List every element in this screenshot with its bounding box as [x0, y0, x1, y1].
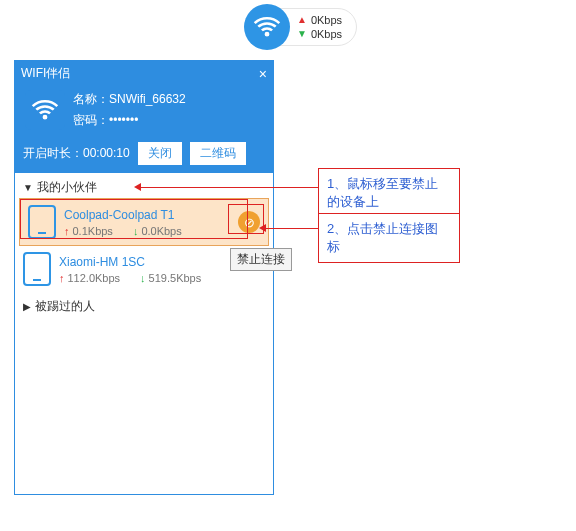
arrow-up-icon: ↑ — [64, 225, 70, 237]
section-label: 被踢过的人 — [35, 298, 95, 315]
device-up: 0.1Kbps — [73, 225, 113, 237]
device-down: 519.5Kbps — [149, 272, 202, 284]
callout-step-2: 2、点击禁止连接图标 — [318, 213, 460, 263]
arrow-down-icon: ↓ — [133, 225, 139, 237]
phone-icon — [23, 252, 51, 286]
arrow-up-icon: ↑ — [59, 272, 65, 284]
qrcode-button[interactable]: 二维码 — [190, 142, 246, 165]
device-name: Coolpad-Coolpad T1 — [64, 208, 238, 222]
phone-icon — [28, 205, 56, 239]
arrow-left-icon — [134, 183, 141, 191]
wifi-companion-panel: WIFI伴侣 × 名称：SNWifi_66632 密码：••••••• 开启时长… — [14, 60, 274, 495]
arrow-down-icon: ▼ — [297, 27, 307, 41]
name-value: SNWifi_66632 — [109, 92, 186, 106]
triangle-down-icon: ▼ — [23, 182, 33, 193]
device-up: 112.0Kbps — [68, 272, 121, 284]
panel-title: WIFI伴侣 — [21, 65, 70, 82]
triangle-right-icon: ▶ — [23, 301, 31, 312]
section-label: 我的小伙伴 — [37, 179, 97, 196]
timer-label: 开启时长： — [23, 146, 83, 160]
callout-step-1: 1、鼠标移至要禁止的设备上 — [318, 168, 460, 218]
speed-pill: ▲0Kbps ▼0Kbps — [244, 4, 357, 50]
ban-tooltip: 禁止连接 — [230, 248, 292, 271]
device-row-selected[interactable]: Coolpad-Coolpad T1 ↑0.1Kbps ↓0.0Kbps ⊘ — [19, 198, 269, 246]
panel-header: WIFI伴侣 × 名称：SNWifi_66632 密码：••••••• 开启时长… — [15, 61, 273, 173]
wifi-icon — [25, 90, 65, 130]
pwd-label: 密码： — [73, 113, 109, 127]
ban-connection-icon[interactable]: ⊘ — [238, 211, 260, 233]
wifi-icon — [244, 4, 290, 50]
section-kicked[interactable]: ▶ 被踢过的人 — [15, 292, 273, 317]
section-partners[interactable]: ▼ 我的小伙伴 — [15, 173, 273, 198]
name-label: 名称： — [73, 92, 109, 106]
device-down: 0.0Kbps — [141, 225, 181, 237]
arrow-left-icon — [259, 224, 266, 232]
down-speed: 0Kbps — [311, 27, 342, 41]
arrow-down-icon: ↓ — [140, 272, 146, 284]
timer-value: 00:00:10 — [83, 146, 130, 160]
annotation-arrow — [140, 187, 318, 188]
close-button[interactable]: 关闭 — [138, 142, 182, 165]
annotation-arrow — [265, 228, 318, 229]
up-speed: 0Kbps — [311, 13, 342, 27]
pwd-value: ••••••• — [109, 113, 138, 127]
arrow-up-icon: ▲ — [297, 13, 307, 27]
close-icon[interactable]: × — [259, 67, 267, 81]
